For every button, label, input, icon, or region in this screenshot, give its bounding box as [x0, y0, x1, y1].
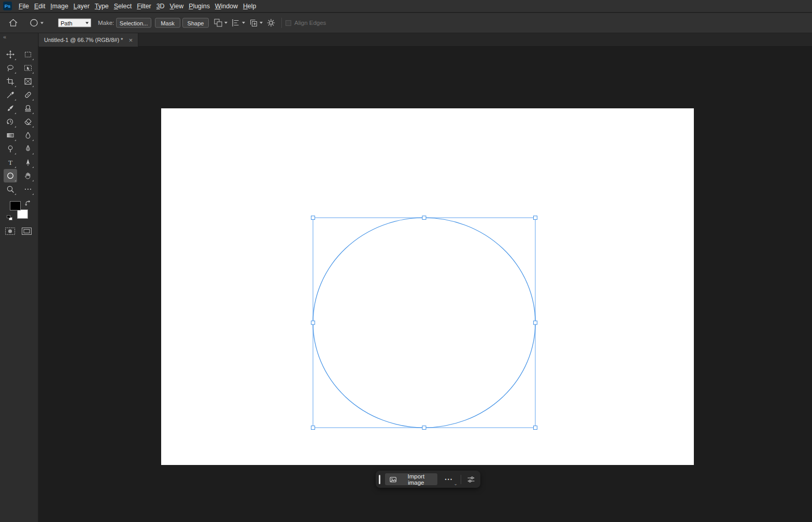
transform-handle-ne[interactable] — [534, 216, 537, 220]
pen-tool[interactable] — [21, 142, 35, 156]
menu-item-image[interactable]: Image — [48, 3, 70, 10]
menu-item-file[interactable]: File — [16, 3, 32, 10]
tool-settings-button[interactable] — [266, 18, 276, 27]
logo-text: Ps — [5, 3, 11, 9]
move-icon — [6, 50, 15, 59]
collapse-panel-button[interactable]: « — [3, 34, 6, 40]
make-shape-button[interactable]: Shape — [182, 18, 209, 28]
healing-brush-icon — [24, 91, 32, 99]
zoom-tool[interactable] — [4, 182, 17, 196]
menu-item-filter[interactable]: Filter — [134, 3, 154, 10]
tool-preset-ellipse-icon — [29, 18, 39, 28]
type-tool[interactable]: T — [4, 156, 17, 169]
quick-mask-button[interactable] — [5, 227, 16, 237]
lasso-icon — [6, 64, 15, 72]
path-alignment-icon — [231, 18, 240, 27]
screen-mode-button[interactable] — [21, 227, 32, 237]
path-operations-button[interactable] — [213, 18, 227, 27]
path-selection-icon — [24, 158, 32, 166]
settings-sliders-button[interactable] — [466, 474, 476, 485]
more-options-button[interactable]: ••• ⌄ — [442, 475, 456, 484]
crop-tool[interactable] — [4, 75, 17, 88]
path-alignment-button[interactable] — [231, 18, 245, 27]
home-button[interactable] — [8, 18, 18, 28]
home-icon — [8, 18, 18, 28]
ellipse-tool[interactable] — [4, 169, 17, 182]
eyedropper-icon — [6, 91, 15, 99]
photoshop-logo-icon: Ps — [3, 2, 12, 10]
transform-handle-nw[interactable] — [311, 216, 315, 220]
move-tool[interactable] — [4, 48, 17, 61]
hand-tool[interactable] — [21, 169, 35, 182]
spot-healing-brush-tool[interactable] — [21, 88, 35, 102]
menu-item-window[interactable]: Window — [212, 3, 240, 10]
pen-icon — [24, 145, 32, 153]
toolbar-divider — [461, 475, 461, 484]
history-brush-tool[interactable] — [4, 115, 17, 129]
path-arrangement-button[interactable] — [249, 18, 263, 27]
transform-handle-n[interactable] — [422, 216, 426, 220]
dodge-icon — [6, 145, 15, 153]
menu-bar: Ps File Edit Image Layer Type Select Fil… — [0, 0, 812, 12]
swap-colors-button[interactable] — [25, 199, 31, 208]
edit-toolbar-button[interactable] — [21, 182, 35, 196]
type-icon: T — [6, 158, 15, 166]
menu-item-view[interactable]: View — [167, 3, 187, 10]
tools-panel: « — [0, 33, 38, 522]
default-colors-button[interactable] — [7, 215, 10, 218]
menu-item-type[interactable]: Type — [92, 3, 111, 10]
object-selection-icon — [24, 64, 32, 72]
options-bar: Path Make: Selection... Mask Shape — [0, 13, 812, 33]
brush-tool[interactable] — [4, 102, 17, 115]
menu-item-help[interactable]: Help — [240, 3, 259, 10]
gear-icon — [266, 18, 276, 27]
document-tab[interactable]: Untitled-1 @ 66.7% (RGB/8#) * × — [39, 33, 138, 47]
eraser-tool[interactable] — [21, 115, 35, 129]
gradient-tool[interactable] — [4, 129, 17, 142]
dodge-tool[interactable] — [4, 142, 17, 156]
object-selection-tool[interactable] — [21, 61, 35, 75]
import-image-button[interactable]: Import image — [385, 473, 437, 485]
frame-tool[interactable] — [21, 75, 35, 88]
menu-item-edit[interactable]: Edit — [32, 3, 48, 10]
clone-stamp-tool[interactable] — [21, 102, 35, 115]
tool-preset-picker[interactable] — [29, 18, 44, 28]
align-edges-checkbox — [286, 20, 291, 26]
chevron-down-icon: ⌄ — [454, 481, 458, 486]
swap-colors-icon — [25, 200, 31, 206]
menu-item-layer[interactable]: Layer — [71, 3, 92, 10]
ellipse-path-selection — [310, 215, 538, 431]
background-color-swatch[interactable] — [17, 209, 28, 219]
drag-handle[interactable] — [379, 475, 380, 484]
path-operations-icon — [213, 18, 223, 27]
rectangular-marquee-tool[interactable] — [21, 48, 35, 61]
menu-item-3d[interactable]: 3D — [154, 3, 167, 10]
make-mask-button[interactable]: Mask — [155, 18, 180, 28]
menu-item-select[interactable]: Select — [111, 3, 134, 10]
tool-mode-value: Path — [61, 20, 73, 26]
options-divider — [281, 18, 282, 28]
ellipse-path[interactable] — [313, 218, 535, 428]
blur-tool[interactable] — [21, 129, 35, 142]
make-selection-button[interactable]: Selection... — [116, 18, 151, 28]
marquee-icon — [24, 50, 32, 59]
tool-mode-select[interactable]: Path — [58, 19, 91, 27]
path-bounding-box — [313, 218, 535, 428]
screen-mode-icon — [21, 227, 32, 235]
align-edges-label: Align Edges — [294, 20, 326, 26]
tab-close-button[interactable]: × — [127, 37, 134, 44]
eyedropper-tool[interactable] — [4, 88, 17, 102]
eraser-icon — [24, 118, 32, 126]
transform-handle-w[interactable] — [311, 321, 315, 325]
transform-handle-s[interactable] — [422, 426, 426, 430]
lasso-tool[interactable] — [4, 61, 17, 75]
make-label: Make: — [98, 20, 114, 26]
canvas-pasteboard — [38, 47, 812, 522]
transform-handle-se[interactable] — [534, 426, 537, 430]
hand-icon — [24, 172, 32, 180]
transform-handle-sw[interactable] — [311, 426, 315, 430]
transform-handle-e[interactable] — [534, 321, 537, 325]
foreground-color-swatch[interactable] — [10, 201, 21, 210]
path-selection-tool[interactable] — [21, 156, 35, 169]
menu-item-plugins[interactable]: Plugins — [186, 3, 212, 10]
